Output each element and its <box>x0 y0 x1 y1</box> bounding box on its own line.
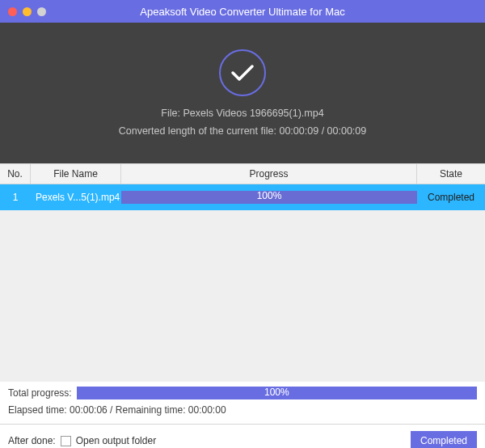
after-done-label: After done: <box>8 435 56 446</box>
open-folder-label: Open output folder <box>76 435 156 446</box>
completed-button[interactable]: Completed <box>411 431 477 448</box>
cell-no: 1 <box>0 192 31 203</box>
after-done-group: After done: Open output folder <box>8 435 156 446</box>
file-table: No. File Name Progress State 1 Pexels V.… <box>0 163 485 382</box>
conversion-status-header: File: Pexels Videos 1966695(1).mp4 Conve… <box>0 23 485 163</box>
open-folder-checkbox[interactable] <box>61 436 71 446</box>
time-sep: / <box>110 404 112 416</box>
table-header: No. File Name Progress State <box>0 163 485 184</box>
footer: After done: Open output folder Completed <box>0 425 485 448</box>
total-progress-label: Total progress: <box>8 387 72 399</box>
column-file-name: File Name <box>31 164 121 184</box>
total-progress-row: Total progress: 100% <box>8 387 477 399</box>
converted-length-line: Converted length of the current file: 00… <box>119 125 367 137</box>
success-check-icon <box>219 49 266 96</box>
row-progress-pct: 100% <box>121 190 417 201</box>
table-row[interactable]: 1 Pexels V...5(1).mp4 100% Completed <box>0 184 485 210</box>
remaining-value: 00:00:00 <box>188 404 226 416</box>
empty-list-area <box>0 210 485 382</box>
file-name: Pexels Videos 1966695(1).mp4 <box>183 108 323 119</box>
cell-state: Completed <box>417 192 485 203</box>
cell-progress: 100% <box>121 190 417 205</box>
converted-prefix: Converted length of the current file: <box>119 125 276 137</box>
cell-file-name: Pexels V...5(1).mp4 <box>31 192 121 203</box>
summary-panel: Total progress: 100% Elapsed time: 00:00… <box>0 382 485 419</box>
elapsed-value: 00:00:06 <box>70 404 108 416</box>
minimize-icon[interactable] <box>23 7 32 16</box>
converted-total: 00:00:09 <box>327 125 367 137</box>
converted-sep: / <box>322 125 324 137</box>
traffic-lights <box>0 7 46 16</box>
elapsed-label: Elapsed time: <box>8 404 67 416</box>
remaining-label: Remaining time: <box>116 404 186 416</box>
row-progress-bar: 100% <box>121 191 417 204</box>
maximize-icon <box>37 7 46 16</box>
column-no: No. <box>0 164 31 184</box>
total-progress-bar-wrap: 100% <box>77 387 477 399</box>
close-icon[interactable] <box>8 7 17 16</box>
elapsed-remaining-row: Elapsed time: 00:00:06 / Remaining time:… <box>8 403 477 416</box>
column-state: State <box>417 164 485 184</box>
converted-current: 00:00:09 <box>279 125 318 137</box>
window-title: Apeaksoft Video Converter Ultimate for M… <box>0 6 485 18</box>
current-file-line: File: Pexels Videos 1966695(1).mp4 <box>161 108 323 119</box>
column-progress: Progress <box>121 164 417 184</box>
file-label: File: <box>161 108 180 119</box>
titlebar: Apeaksoft Video Converter Ultimate for M… <box>0 0 485 23</box>
total-progress-pct: 100% <box>77 387 477 398</box>
